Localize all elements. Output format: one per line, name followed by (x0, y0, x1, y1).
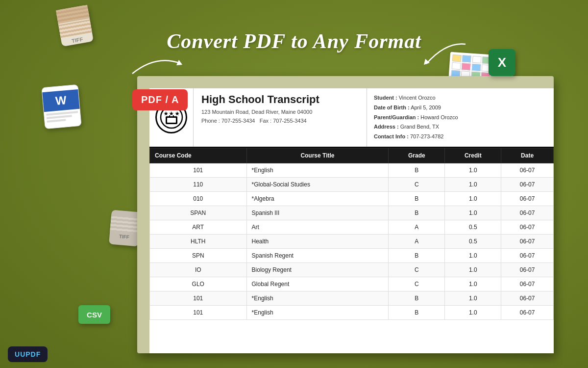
cell-7-0: IO (150, 263, 247, 277)
table-row: IOBiology RegentC1.006-07 (150, 263, 554, 277)
contact-row: Contact Info : 707-273-4782 (374, 132, 547, 142)
cell-4-3: 0.5 (445, 220, 501, 234)
cell-9-2: B (389, 291, 445, 305)
cell-10-4: 06-07 (501, 305, 554, 319)
cell-2-3: 1.0 (445, 191, 501, 206)
cell-0-4: 06-07 (501, 163, 554, 177)
cell-3-2: B (389, 206, 445, 220)
cell-6-4: 06-07 (501, 248, 554, 263)
svg-rect-6 (167, 118, 176, 123)
cell-10-1: *English (246, 305, 389, 319)
cell-1-1: *Global-Social Studies (246, 177, 389, 191)
cell-3-0: SPAN (150, 206, 247, 220)
cell-9-0: 101 (150, 291, 247, 305)
table-row: 010*AlgebraB1.006-07 (150, 191, 554, 206)
cell-7-3: 1.0 (445, 263, 501, 277)
cell-8-0: GLO (150, 277, 247, 291)
school-title: High School Transcript (201, 93, 359, 106)
csv-icon: CSV (78, 305, 110, 324)
col-header-date: Date (501, 148, 554, 163)
table-row: 110*Global-Social StudiesC1.006-07 (150, 177, 554, 191)
word-icon: W (41, 84, 81, 129)
student-name-row: Student : Vincent Orozco (374, 93, 547, 103)
document: ★ ★ ★ High School Transcript 123 Mountai… (149, 88, 554, 353)
cell-5-3: 0.5 (445, 234, 501, 248)
cell-2-2: B (389, 191, 445, 206)
cell-0-0: 101 (150, 163, 247, 177)
school-info: High School Transcript 123 Mountain Road… (194, 88, 367, 147)
cell-6-2: B (389, 248, 445, 263)
col-header-credit: Credit (445, 148, 501, 163)
school-address: 123 Mountain Road, Dead River, Maine 040… (201, 108, 359, 125)
cell-6-0: SPN (150, 248, 247, 263)
table-row: 101*EnglishB1.006-07 (150, 163, 554, 177)
table-row: 101*EnglishB1.006-07 (150, 305, 554, 319)
table-row: ARTArtA0.506-07 (150, 220, 554, 234)
cell-4-1: Art (246, 220, 389, 234)
cell-6-3: 1.0 (445, 248, 501, 263)
pdf-badge: PDF / A (132, 89, 188, 110)
parent-row: Parent/Guardian : Howard Orozco (374, 113, 547, 123)
updf-logo: UUPDF (8, 346, 48, 362)
cell-0-2: B (389, 163, 445, 177)
cell-1-2: C (389, 177, 445, 191)
table-row: SPNSpanish RegentB1.006-07 (150, 248, 554, 263)
cell-3-3: 1.0 (445, 206, 501, 220)
cell-5-4: 06-07 (501, 234, 554, 248)
cell-7-2: C (389, 263, 445, 277)
cell-8-1: Global Regent (246, 277, 389, 291)
arrow-left-decoration (127, 49, 186, 79)
cell-10-0: 101 (150, 305, 247, 319)
cell-2-0: 010 (150, 191, 247, 206)
tiff2-icon: TIFF (109, 210, 141, 247)
address-row: Address : Grand Bend, TX (374, 122, 547, 132)
cell-4-2: A (389, 220, 445, 234)
cell-4-0: ART (150, 220, 247, 234)
cell-0-1: *English (246, 163, 389, 177)
cell-9-3: 1.0 (445, 291, 501, 305)
table-row: 101*EnglishB1.006-07 (150, 291, 554, 305)
cell-2-1: *Algebra (246, 191, 389, 206)
col-header-title: Course Title (246, 148, 389, 163)
transcript-table: Course Code Course Title Grade Credit Da… (149, 148, 554, 320)
cell-6-1: Spanish Regent (246, 248, 389, 263)
cell-1-4: 06-07 (501, 177, 554, 191)
cell-0-3: 1.0 (445, 163, 501, 177)
table-row: SPANSpanish IIIB1.006-07 (150, 206, 554, 220)
cell-3-1: Spanish III (246, 206, 389, 220)
cell-5-2: A (389, 234, 445, 248)
cell-7-1: Biology Regent (246, 263, 389, 277)
cell-9-4: 06-07 (501, 291, 554, 305)
cell-1-0: 110 (150, 177, 247, 191)
student-info: Student : Vincent Orozco Date of Birth :… (367, 88, 554, 147)
cell-5-0: HLTH (150, 234, 247, 248)
table-row: HLTHHealthA0.506-07 (150, 234, 554, 248)
svg-text:★ ★ ★: ★ ★ ★ (163, 111, 180, 116)
cell-2-4: 06-07 (501, 191, 554, 206)
cell-1-3: 1.0 (445, 177, 501, 191)
table-row: GLOGlobal RegentC1.006-07 (150, 277, 554, 291)
cell-3-4: 06-07 (501, 206, 554, 220)
col-header-grade: Grade (389, 148, 445, 163)
cell-5-1: Health (246, 234, 389, 248)
cell-7-4: 06-07 (501, 263, 554, 277)
cell-8-2: C (389, 277, 445, 291)
document-wrapper: ★ ★ ★ High School Transcript 123 Mountai… (137, 76, 554, 353)
cell-8-3: 1.0 (445, 277, 501, 291)
cell-10-2: B (389, 305, 445, 319)
cell-4-4: 06-07 (501, 220, 554, 234)
excel-icon: X (489, 49, 515, 76)
doc-header: ★ ★ ★ High School Transcript 123 Mountai… (149, 88, 554, 148)
cell-8-4: 06-07 (501, 277, 554, 291)
cell-9-1: *English (246, 291, 389, 305)
tiff-icon: TIFF (56, 5, 94, 47)
dob-row: Date of Birth : April 5, 2009 (374, 103, 547, 113)
col-header-code: Course Code (150, 148, 247, 163)
cell-10-3: 1.0 (445, 305, 501, 319)
